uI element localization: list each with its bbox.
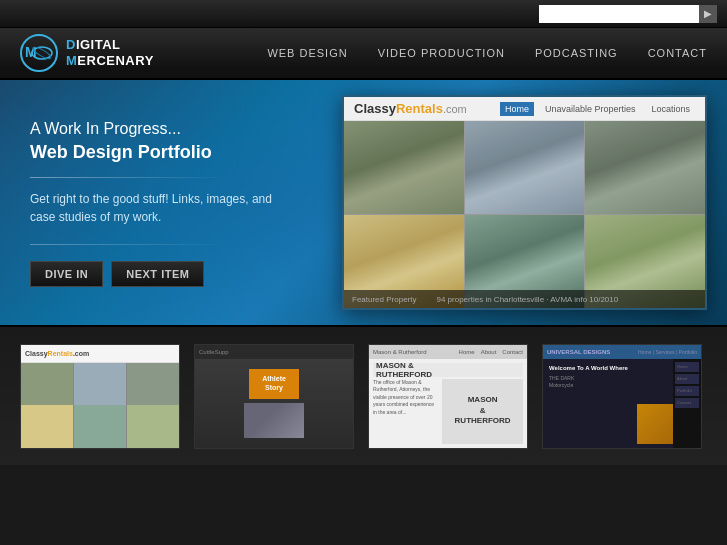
hero-divider2: [30, 244, 230, 245]
nav-bar: M DIGITAL MERCENARY WEB DESIGN VIDEO PRO…: [0, 28, 727, 80]
hero-description: Get right to the good stuff! Links, imag…: [30, 190, 280, 226]
search-input[interactable]: [539, 5, 699, 23]
next-item-button[interactable]: NEXT ITEM: [111, 261, 204, 287]
thumbnail-classy-rentals[interactable]: ClassyRentals.com: [20, 344, 180, 449]
hero-content: A Work In Progress... Web Design Portfol…: [0, 98, 310, 307]
thumb1-cell5: [74, 405, 126, 447]
thumb3-logo-bar: MASON &RUTHERFORD: [373, 363, 523, 377]
thumb4-sb-item1: Home: [675, 362, 699, 372]
preview-nav-home: Home: [500, 102, 534, 116]
thumb3-left: The office of Mason & Rutherford, Attorn…: [373, 379, 439, 444]
preview-logo-com: .com: [443, 103, 467, 115]
thumb4-sb-item4: Contact: [675, 398, 699, 408]
thumb1-cell6: [127, 405, 179, 447]
nav-contact[interactable]: CONTACT: [648, 47, 707, 59]
thumb3-body: MASON &RUTHERFORD The office of Mason & …: [369, 359, 527, 448]
thumb2-body: AthleteStory: [195, 359, 353, 448]
site-preview: ClassyRentals.com Home Unavailable Prope…: [342, 95, 707, 310]
thumb2-inner: CuttleSupp AthleteStory: [195, 345, 353, 448]
preview-cell-1: [344, 121, 464, 214]
thumb3-header: Mason & Rutherford Home About Contact: [369, 345, 527, 359]
hero-subtitle: Web Design Portfolio: [30, 142, 280, 163]
thumb1-cell4: [21, 405, 73, 447]
nav-podcasting[interactable]: PODCASTING: [535, 47, 618, 59]
thumbnail-strip: ClassyRentals.com CuttleSupp AthleteStor…: [0, 325, 727, 465]
thumb2-orange-block: AthleteStory: [249, 369, 299, 399]
preview-cell-3: [585, 121, 705, 214]
thumb2-header: CuttleSupp: [195, 345, 353, 359]
thumb2-photo: [244, 403, 304, 438]
nav-video-production[interactable]: VIDEO PRODUCTION: [378, 47, 505, 59]
thumb1-cell3: [127, 363, 179, 405]
preview-nav-links: Home Unavailable Properties Locations: [500, 102, 695, 116]
thumb3-inner: Mason & Rutherford Home About Contact MA…: [369, 345, 527, 448]
hero-title: A Work In Progress...: [30, 118, 280, 140]
nav-web-design[interactable]: WEB DESIGN: [267, 47, 347, 59]
preview-logo-classy: Classy: [354, 101, 396, 116]
logo: M DIGITAL MERCENARY: [20, 34, 154, 72]
preview-logo: ClassyRentals.com: [354, 101, 467, 116]
preview-footer: Featured Property 94 properties in Charl…: [344, 290, 705, 308]
thumb4-body: Welcome To A World Where THE DARKMotorcy…: [543, 359, 701, 448]
preview-nav-unavailable: Unavailable Properties: [540, 102, 641, 116]
nav-links: WEB DESIGN VIDEO PRODUCTION PODCASTING C…: [267, 47, 707, 59]
thumb1-grid: [21, 363, 179, 448]
thumb4-sidebar: Home About Portfolio Contact: [673, 359, 701, 448]
preview-footer-label2: 94 properties in Charlottesville · AVMA …: [436, 295, 618, 304]
thumb1-header: ClassyRentals.com: [21, 345, 179, 363]
thumb4-welcome-text: Welcome To A World Where: [549, 365, 628, 371]
thumb3-right: MASON&RUTHERFORD: [442, 379, 523, 444]
thumb1-inner: ClassyRentals.com: [21, 345, 179, 448]
preview-nav: ClassyRentals.com Home Unavailable Prope…: [344, 97, 705, 121]
thumbnail-cuttlesupp[interactable]: CuttleSupp AthleteStory: [194, 344, 354, 449]
thumb4-sb-item3: Portfolio: [675, 386, 699, 396]
thumb1-cell1: [21, 363, 73, 405]
preview-footer-label1: Featured Property: [352, 295, 416, 304]
logo-icon: M: [20, 34, 58, 72]
thumb4-header: UNIVERSAL DESIGNS Home | Services | Port…: [543, 345, 701, 359]
logo-text: DIGITAL MERCENARY: [66, 37, 154, 68]
preview-nav-locations: Locations: [646, 102, 695, 116]
preview-cell-2: [465, 121, 585, 214]
top-bar: ▶: [0, 0, 727, 28]
thumbnail-universal-designs[interactable]: UNIVERSAL DESIGNS Home | Services | Port…: [542, 344, 702, 449]
search-button[interactable]: ▶: [699, 5, 717, 23]
thumbnail-mason-rutherford[interactable]: Mason & Rutherford Home About Contact MA…: [368, 344, 528, 449]
thumb3-content: The office of Mason & Rutherford, Attorn…: [373, 379, 523, 444]
hero-buttons: DIVE IN NEXT ITEM: [30, 261, 280, 287]
preview-logo-rentals: Rentals: [396, 101, 443, 116]
thumb1-cell2: [74, 363, 126, 405]
dive-in-button[interactable]: DIVE IN: [30, 261, 103, 287]
thumb4-sb-item2: About: [675, 374, 699, 384]
thumb4-inner: UNIVERSAL DESIGNS Home | Services | Port…: [543, 345, 701, 448]
hero-divider: [30, 177, 230, 178]
thumb4-subtext: THE DARKMotorcycle: [549, 375, 574, 389]
hero-section: A Work In Progress... Web Design Portfol…: [0, 80, 727, 325]
preview-grid: [344, 121, 705, 308]
